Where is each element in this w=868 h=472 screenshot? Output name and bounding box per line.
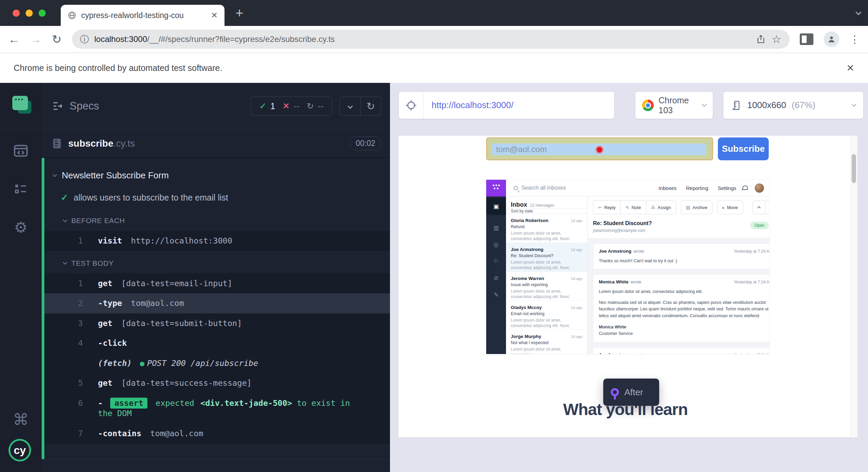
macos-minimize-button[interactable]: [26, 10, 33, 17]
settings-gear-icon[interactable]: ⚙: [0, 219, 42, 236]
address-bar[interactable]: ⓘ localhost:3000/__/#/specs/runner?file=…: [72, 30, 790, 49]
after-tooltip: After: [603, 379, 659, 406]
thread-message-card: Monica White wrote Yesterday at 7:24 AM …: [593, 274, 769, 342]
command-row[interactable]: (fetch)●POST 200 /api/subscribe: [44, 353, 390, 373]
rerun-tests-button[interactable]: ↻: [360, 97, 381, 115]
stat-passed: ✓1: [259, 101, 275, 111]
spec-file-row[interactable]: subscribe.cy.ts 00:02: [42, 130, 390, 158]
command-row[interactable]: 6 -assertexpected<div.text-jade-500>to e…: [44, 393, 390, 424]
side-panel-button[interactable]: [800, 33, 813, 45]
aut-iframe: tom@aol.com Subscribe Search all inboxes…: [399, 136, 857, 437]
command-row[interactable]: 5 get[data-test=success-message]: [44, 373, 390, 393]
bookmark-star-icon[interactable]: ☆: [771, 33, 781, 46]
viewport-selector[interactable]: 1000x660 (67%): [723, 91, 864, 119]
selector-playground-button[interactable]: [399, 92, 423, 119]
forward-button: →: [30, 33, 42, 45]
message-list-item[interactable]: Joe Armstrong1d ago Re: Student Discount…: [506, 243, 587, 272]
message-list-item[interactable]: Jerome Warren1d ago Issue with reporting…: [506, 272, 587, 301]
test-body-commands: 1 get[data-test=email-input] 2 -typetom@…: [44, 274, 390, 444]
share-icon[interactable]: [756, 34, 766, 44]
back-button[interactable]: ←: [8, 33, 20, 45]
command-number: 3: [44, 318, 98, 329]
profile-icon[interactable]: ◎: [494, 241, 499, 248]
message-detail-panel: ↩Reply✎Note⁂Assign ▤Archive▸Move: [588, 196, 769, 354]
url-path: /__/#/specs/runner?file=cypress/e2e/subs…: [147, 34, 335, 44]
command-row[interactable]: 7 -containstom@aol.com: [44, 424, 390, 444]
browser-menu-icon[interactable]: ⋮: [850, 33, 860, 45]
command-number: 4: [44, 338, 98, 349]
sort-by-date[interactable]: Sort by date: [506, 209, 587, 214]
tab-close-icon[interactable]: ✕: [211, 11, 218, 20]
command-row[interactable]: 4 -click: [44, 333, 390, 353]
trash-icon[interactable]: ▥: [493, 224, 499, 232]
search-icon: [513, 186, 518, 190]
browser-selector[interactable]: Chrome 103: [635, 91, 713, 119]
inbox-nav-item[interactable]: Reporting: [686, 185, 708, 191]
reporter-empty-area: [42, 459, 390, 472]
before-each-header[interactable]: BEFORE EACH: [44, 212, 390, 228]
next-message-button[interactable]: [766, 201, 769, 214]
prev-message-button[interactable]: [753, 201, 766, 214]
runs-nav-icon[interactable]: [0, 182, 42, 195]
command-row[interactable]: 1 visithttp://localhost:3000: [44, 231, 390, 251]
inbox-tray-icon[interactable]: ▣: [486, 198, 506, 215]
flag-icon[interactable]: ⚐: [493, 258, 498, 265]
toolbar-button[interactable]: ⁂Assign: [646, 201, 676, 214]
toolbar-button[interactable]: ▤Archive: [681, 201, 713, 214]
thread-message-card: Joe Armstrong wrote Yesterday at 7:24 AM…: [593, 244, 769, 269]
test-results-area: Newsletter Subscribe Form ✓ allows users…: [42, 158, 390, 472]
aut-scrollbar-thumb[interactable]: [852, 154, 856, 183]
message-list-item[interactable]: Gladys Mccoy1d ago Email not working Lor…: [506, 301, 587, 330]
status-badge[interactable]: Open: [750, 222, 768, 229]
inbox-nav-item[interactable]: Settings: [718, 185, 736, 191]
inbox-header: Search all inboxes InboxesReportingSetti…: [486, 180, 769, 196]
viewport-size-label: 1000x660: [747, 100, 786, 110]
command-row[interactable]: 2 -typetom@aol.com: [44, 293, 390, 313]
infobar-close-icon[interactable]: ✕: [847, 62, 854, 74]
spec-file-icon: [52, 138, 62, 149]
chevron-down-icon: [702, 102, 707, 107]
command-row[interactable]: 1 get[data-test=email-input]: [44, 274, 390, 294]
new-tab-button[interactable]: +: [235, 6, 243, 20]
command-row[interactable]: 3 get[data-test=submit-button]: [44, 313, 390, 334]
test-passed-check-icon: ✓: [61, 192, 68, 203]
test-row[interactable]: ✓ allows users to subscribe to the email…: [44, 187, 390, 208]
toolbar-button[interactable]: ↩Reply: [593, 201, 621, 214]
message-list-item[interactable]: Jorge Murphy1d ago Not what I expected L…: [506, 330, 587, 354]
macos-fullscreen-button[interactable]: [39, 10, 46, 17]
chevron-down-icon: [53, 173, 57, 177]
reload-button[interactable]: ↻: [52, 33, 62, 45]
cypress-app-logo: [12, 96, 33, 116]
test-stats[interactable]: ✓1 ✕-- ↻--: [251, 97, 332, 116]
profile-avatar[interactable]: [824, 31, 839, 47]
cypress-nav-rail: ⚙ ⌘ cy: [0, 83, 42, 472]
inbox-side-rail: ▣ ▥ ◎ ⚐ ⊘ ✎: [486, 196, 506, 354]
inbox-logo: [486, 180, 506, 196]
browser-tab[interactable]: cypress-realworld-testing-cou ✕: [61, 5, 225, 26]
notifications-bell-icon[interactable]: [742, 185, 747, 191]
message-list: Gloria Robertson1d ago Refund Lorem ipsu…: [506, 214, 587, 354]
toolbar-button[interactable]: ▸Move: [717, 201, 743, 214]
toolbar-button[interactable]: ✎Note: [621, 201, 646, 214]
compose-icon[interactable]: ✎: [494, 291, 498, 298]
aut-url-bar: http://localhost:3000/: [399, 91, 614, 119]
collapse-all-button[interactable]: [340, 97, 360, 115]
inbox-nav-item[interactable]: Inboxes: [659, 185, 677, 191]
pin-icon: [611, 388, 619, 396]
browser-toolbar: ← → ↻ ⓘ localhost:3000/__/#/specs/runner…: [0, 26, 868, 53]
aut-scrollbar-track[interactable]: [850, 136, 857, 437]
test-body-header[interactable]: TEST BODY: [44, 254, 390, 271]
inbox-search-input[interactable]: Search all inboxes: [521, 185, 659, 191]
specs-nav-icon[interactable]: [0, 144, 42, 158]
inbox-user-avatar[interactable]: [755, 183, 764, 193]
suite-row[interactable]: Newsletter Subscribe Form: [44, 167, 390, 184]
message-list-item[interactable]: Gloria Robertson1d ago Refund Lorem ipsu…: [506, 214, 587, 243]
blocked-icon[interactable]: ⊘: [494, 275, 498, 282]
keyboard-shortcuts-icon[interactable]: ⌘: [0, 410, 42, 429]
site-info-icon[interactable]: ⓘ: [80, 33, 89, 45]
macos-close-button[interactable]: [13, 10, 20, 17]
subscribe-button[interactable]: Subscribe: [718, 137, 769, 160]
tab-search-chevron-icon[interactable]: [856, 10, 860, 16]
pending-icon: ↻: [307, 101, 314, 111]
aut-url-text[interactable]: http://localhost:3000/: [423, 100, 513, 110]
